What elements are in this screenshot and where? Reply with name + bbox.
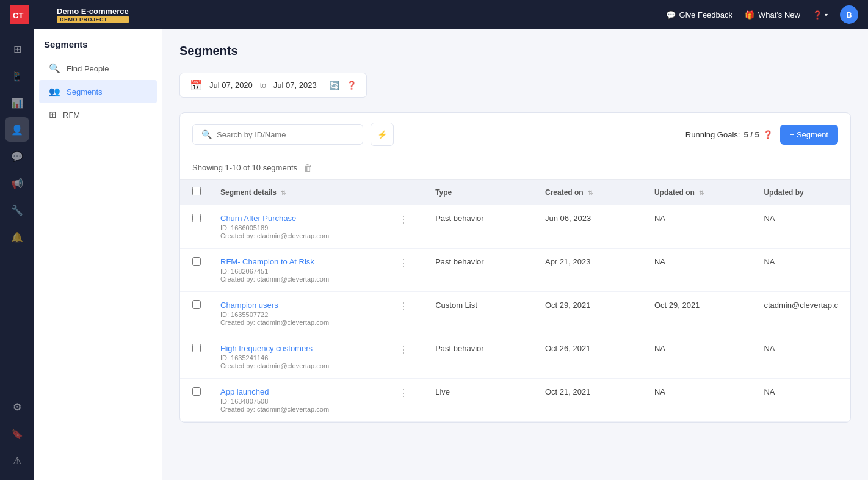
th-segment-details[interactable]: Segment details ⇅: [208, 180, 423, 205]
running-goals-label: Running Goals:: [685, 130, 740, 139]
running-goals-help-icon[interactable]: ❓: [763, 130, 773, 139]
top-navigation: CT Demo E-commerce DEMO PROJECT 💬 Give F…: [0, 0, 868, 29]
segment-details-sort-icon: ⇅: [281, 189, 286, 196]
sidebar-item-segments[interactable]: 👥 Segments: [39, 80, 157, 103]
row-details-cell-4: App launched ID: 1634807508 Created by: …: [208, 379, 423, 422]
row-type-4: Live: [435, 387, 450, 396]
help-button[interactable]: ❓ ▾: [812, 10, 828, 20]
row-updatedby-cell-3: NA: [751, 335, 850, 379]
th-updated-on-label: Updated on: [654, 188, 695, 197]
sidebar-item-rfm-label: RFM: [63, 111, 80, 120]
th-created-on[interactable]: Created on ⇅: [533, 180, 642, 205]
row-updatedby-cell-4: NA: [751, 379, 850, 422]
row-checkbox-cell: [180, 335, 208, 379]
segment-name-3[interactable]: High frequency customers: [220, 344, 313, 353]
segment-name-0[interactable]: Churn After Purchase: [220, 214, 296, 223]
row-updated-cell-0: NA: [642, 205, 752, 249]
clevertap-logo-icon: CT: [10, 5, 29, 24]
row-more-button-2[interactable]: ⋮: [396, 300, 411, 313]
top-nav-right: 💬 Give Feedback 🎁 What's New ❓ ▾ B: [666, 5, 858, 24]
row-created-cell-1: Apr 21, 2023: [533, 249, 642, 292]
select-all-checkbox[interactable]: [192, 187, 201, 195]
row-updated-3: NA: [654, 344, 665, 353]
find-people-icon: 🔍: [49, 63, 60, 74]
add-segment-label: + Segment: [790, 130, 828, 139]
row-updated-1: NA: [654, 257, 665, 266]
search-box: 🔍: [192, 124, 363, 145]
give-feedback-button[interactable]: 💬 Give Feedback: [666, 10, 732, 20]
date-separator: to: [260, 81, 266, 90]
date-help-icon[interactable]: ❓: [347, 81, 356, 90]
row-created-cell-2: Oct 29, 2021: [533, 292, 642, 335]
segment-info-4: App launched ID: 1634807508 Created by: …: [220, 387, 391, 413]
sidebar-item-find-people[interactable]: 🔍 Find People: [39, 57, 157, 80]
row-more-button-3[interactable]: ⋮: [396, 344, 411, 356]
icon-bar-phone[interactable]: 📱: [5, 64, 29, 88]
segment-id-3: ID: 1635241146: [220, 354, 391, 362]
icon-bar-bookmark[interactable]: 🔖: [5, 421, 29, 446]
segment-creator-4: Created by: ctadmin@clevertap.com: [220, 405, 391, 413]
row-more-button-1[interactable]: ⋮: [396, 257, 411, 269]
row-created-2: Oct 29, 2021: [545, 300, 590, 310]
refresh-icon[interactable]: 🔄: [329, 81, 339, 90]
segment-name-4[interactable]: App launched: [220, 387, 269, 396]
row-more-button-4[interactable]: ⋮: [396, 387, 411, 399]
updated-on-sort-icon: ⇅: [699, 189, 704, 196]
icon-bar-dashboard[interactable]: ⊞: [5, 37, 29, 61]
row-created-3: Oct 26, 2021: [545, 344, 590, 353]
row-checkbox-4[interactable]: [192, 387, 201, 396]
segments-table-body: Churn After Purchase ID: 1686005189 Crea…: [180, 205, 850, 422]
row-created-cell-3: Oct 26, 2021: [533, 335, 642, 379]
date-to-value: Jul 07, 2023: [273, 81, 317, 90]
th-updated-by: Updated by: [751, 180, 850, 205]
row-updated-cell-4: NA: [642, 379, 752, 422]
segment-name-2[interactable]: Champion users: [220, 300, 278, 310]
segment-name-1[interactable]: RFM- Champion to At Risk: [220, 257, 314, 266]
sidebar-item-rfm[interactable]: ⊞ RFM: [39, 103, 157, 126]
filter-button[interactable]: ⚡: [371, 123, 394, 146]
row-updated-2: Oct 29, 2021: [654, 300, 700, 310]
icon-bar-settings[interactable]: ⚙: [5, 395, 29, 419]
date-from: Jul 07, 2020: [209, 81, 253, 90]
segments-icon: 👥: [49, 86, 60, 97]
th-created-on-label: Created on: [545, 188, 584, 197]
project-info: Demo E-commerce DEMO PROJECT: [57, 7, 129, 23]
row-checkbox-1[interactable]: [192, 257, 201, 266]
icon-bar-notifications[interactable]: 🔔: [5, 225, 29, 249]
project-badge: DEMO PROJECT: [57, 16, 129, 23]
segment-info-0: Churn After Purchase ID: 1686005189 Crea…: [220, 214, 391, 239]
row-type-cell-2: Custom List: [423, 292, 533, 335]
search-input[interactable]: [217, 130, 354, 139]
logo-divider: [43, 5, 43, 24]
row-more-button-0[interactable]: ⋮: [396, 214, 411, 226]
icon-bar-analytics[interactable]: 📊: [5, 90, 29, 115]
row-checkbox-2[interactable]: [192, 300, 201, 309]
delete-icon[interactable]: 🗑: [303, 162, 313, 173]
icon-bar-campaigns[interactable]: 📢: [5, 171, 29, 195]
segment-id-0: ID: 1686005189: [220, 224, 391, 231]
row-checkbox-cell: [180, 205, 208, 249]
row-updated-cell-3: NA: [642, 335, 752, 379]
date-range-bar: 📅 Jul 07, 2020 to Jul 07, 2023 🔄 ❓: [179, 73, 367, 98]
row-checkbox-3[interactable]: [192, 344, 201, 352]
sidebar-title: Segments: [34, 39, 162, 57]
add-segment-button[interactable]: + Segment: [780, 125, 838, 145]
give-feedback-label: Give Feedback: [679, 10, 732, 20]
icon-bar-users[interactable]: 👤: [5, 117, 29, 142]
running-goals: Running Goals: 5 / 5 ❓: [685, 130, 773, 139]
row-created-0: Jun 06, 2023: [545, 214, 591, 223]
row-updatedby-cell-0: NA: [751, 205, 850, 249]
segment-creator-2: Created by: ctadmin@clevertap.com: [220, 319, 391, 326]
row-checkbox-0[interactable]: [192, 214, 201, 222]
icon-bar-messages[interactable]: 💬: [5, 144, 29, 169]
row-updatedby-3: NA: [764, 344, 775, 353]
icon-bar-warning[interactable]: ⚠: [5, 448, 29, 473]
search-icon: 🔍: [201, 129, 212, 139]
user-avatar[interactable]: B: [840, 5, 858, 24]
whats-new-button[interactable]: 🎁 What's New: [745, 10, 800, 20]
icon-bar-integrations[interactable]: 🔧: [5, 198, 29, 222]
svg-text:CT: CT: [13, 11, 23, 20]
th-updated-on[interactable]: Updated on ⇅: [642, 180, 752, 205]
row-updatedby-2: ctadmin@clevertap.c: [764, 300, 838, 310]
row-created-cell-4: Oct 21, 2021: [533, 379, 642, 422]
